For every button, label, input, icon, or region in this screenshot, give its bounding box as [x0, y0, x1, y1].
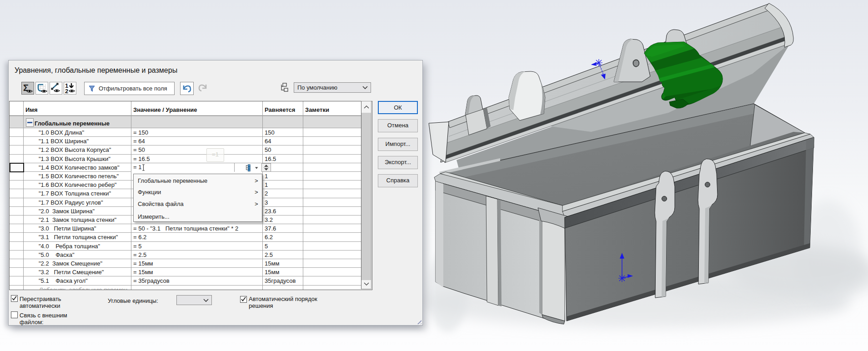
- svg-text:2: 2: [65, 88, 68, 94]
